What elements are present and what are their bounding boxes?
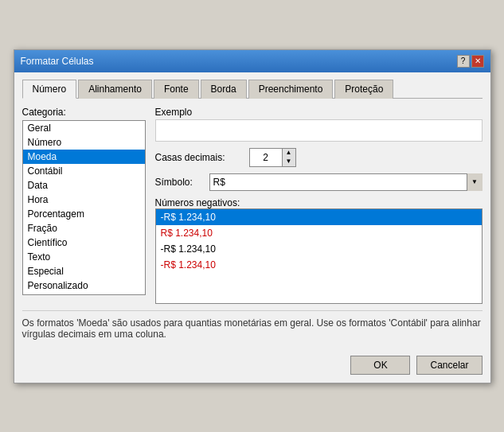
category-item-especial[interactable]: Especial (23, 264, 145, 278)
close-button[interactable]: ✕ (471, 55, 484, 68)
title-buttons: ? ✕ (457, 55, 484, 68)
category-item-personalizado[interactable]: Personalizado (23, 278, 145, 293)
negative-numbers-section: Números negativos: -R$ 1.234,10 R$ 1.234… (155, 197, 483, 304)
category-item-fracao[interactable]: Fração (23, 221, 145, 235)
category-label: Categoria: (22, 107, 146, 118)
tab-alinhamento[interactable]: Alinhamento (78, 80, 152, 99)
ok-button[interactable]: OK (350, 356, 410, 375)
symbol-label: Símbolo: (155, 177, 203, 188)
neg-item-0[interactable]: -R$ 1.234,10 (156, 209, 482, 225)
decimals-spinner: ▲ ▼ (282, 149, 295, 166)
decimals-input-wrap: ▲ ▼ (249, 148, 296, 167)
category-item-contabil[interactable]: Contábil (23, 164, 145, 178)
decimals-label: Casas decimais: (155, 152, 243, 163)
neg-item-3[interactable]: -R$ 1.234,10 (156, 257, 482, 273)
help-button[interactable]: ? (457, 55, 470, 68)
category-item-texto[interactable]: Texto (23, 250, 145, 264)
tab-fonte[interactable]: Fonte (154, 80, 199, 99)
category-item-hora[interactable]: Hora (23, 193, 145, 207)
dialog-title: Formatar Células (21, 56, 94, 67)
symbol-row: Símbolo: R$ $ € £ ¥ ▼ (155, 173, 483, 191)
category-item-porcentagem[interactable]: Porcentagem (23, 207, 145, 221)
example-label: Exemplo (155, 107, 483, 118)
tab-content: Categoria: Geral Número Moeda Contábil D… (22, 107, 483, 304)
tab-numero[interactable]: Número (22, 80, 77, 99)
decimals-input[interactable] (250, 149, 282, 166)
category-list[interactable]: Geral Número Moeda Contábil Data Hora Po… (22, 120, 146, 295)
title-bar: Formatar Células ? ✕ (14, 50, 490, 72)
footer: OK Cancelar (22, 349, 483, 375)
negative-numbers-list[interactable]: -R$ 1.234,10 R$ 1.234,10 -R$ 1.234,10 -R… (155, 208, 483, 304)
category-item-cientifico[interactable]: Científico (23, 235, 145, 250)
category-item-numero[interactable]: Número (23, 135, 145, 150)
neg-item-2[interactable]: -R$ 1.234,10 (156, 241, 482, 257)
cancel-button[interactable]: Cancelar (416, 356, 482, 375)
dialog-body: Número Alinhamento Fonte Borda Preenchim… (14, 72, 490, 383)
category-panel: Categoria: Geral Número Moeda Contábil D… (22, 107, 146, 304)
decimals-row: Casas decimais: ▲ ▼ (155, 148, 483, 167)
format-cells-dialog: Formatar Células ? ✕ Número Alinhamento … (14, 49, 491, 383)
decimals-down-button[interactable]: ▼ (283, 158, 295, 166)
tab-protecao[interactable]: Proteção (334, 80, 393, 99)
category-item-data[interactable]: Data (23, 178, 145, 193)
description-text: Os formatos 'Moeda' são usados para quan… (22, 310, 483, 340)
symbol-select-wrap: R$ $ € £ ¥ ▼ (209, 173, 483, 191)
right-panel: Exemplo Casas decimais: ▲ ▼ (155, 107, 483, 304)
tabs: Número Alinhamento Fonte Borda Preenchim… (22, 79, 483, 99)
tab-preenchimento[interactable]: Preenchimento (248, 80, 334, 99)
negative-numbers-label: Números negativos: (155, 197, 483, 208)
symbol-select[interactable]: R$ $ € £ ¥ (209, 173, 483, 191)
example-value (155, 119, 483, 142)
decimals-up-button[interactable]: ▲ (283, 149, 295, 158)
category-item-moeda[interactable]: Moeda (23, 150, 145, 164)
category-item-geral[interactable]: Geral (23, 121, 145, 135)
neg-item-1[interactable]: R$ 1.234,10 (156, 225, 482, 241)
example-section: Exemplo (155, 107, 483, 142)
tab-borda[interactable]: Borda (201, 80, 247, 99)
